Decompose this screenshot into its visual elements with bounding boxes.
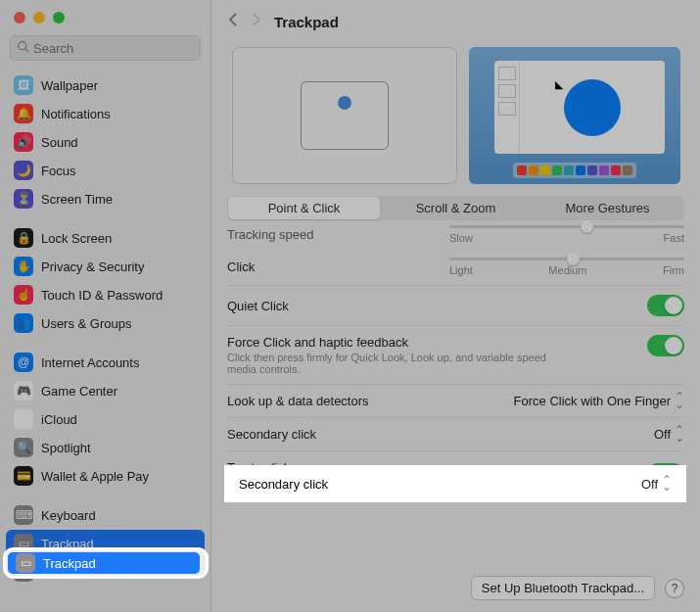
sidebar-item-label: Lock Screen — [41, 231, 112, 246]
sidebar-item-screen-time[interactable]: ⏳Screen Time — [6, 185, 205, 212]
sidebar-item-label: Internet Accounts — [41, 355, 139, 370]
quiet-click-toggle[interactable] — [647, 295, 684, 316]
game-center-icon: 🎮 — [14, 381, 33, 400]
focus-icon: 🌙 — [14, 161, 33, 180]
sidebar-item-label: Screen Time — [41, 192, 113, 207]
force-click-toggle[interactable] — [647, 335, 684, 356]
close-window-button[interactable] — [14, 12, 25, 24]
sidebar-item-label: iCloud — [41, 412, 77, 427]
cursor-icon: ◣ — [555, 78, 563, 91]
sidebar-item-label: Sound — [41, 135, 78, 150]
lock-screen-icon: 🔒 — [14, 228, 33, 248]
sidebar-item-touch-id-password[interactable]: ☝Touch ID & Password — [6, 281, 205, 308]
sidebar-item-label: Trackpad — [43, 556, 96, 571]
highlight-trackpad-sidebar: ▭ Trackpad — [6, 550, 206, 576]
sidebar-item-label: Privacy & Security — [41, 259, 144, 274]
trackpad-icon: ▭ — [16, 553, 35, 573]
settings-panel: Tracking speed SlowFast Click LightMediu… — [211, 218, 700, 494]
sidebar-item-label: Users & Groups — [41, 316, 131, 331]
sidebar-item-notifications[interactable]: 🔔Notifications — [6, 100, 205, 127]
sidebar-item-lock-screen[interactable]: 🔒Lock Screen — [6, 224, 205, 252]
privacy-security-icon: ✋ — [14, 257, 33, 276]
zoom-window-button[interactable] — [53, 12, 65, 24]
sidebar-item-users-groups[interactable]: 👥Users & Groups — [6, 309, 205, 337]
sidebar-item-privacy-security[interactable]: ✋Privacy & Security — [6, 253, 205, 280]
wallet-apple-pay-icon: 💳 — [14, 466, 33, 486]
search-field[interactable] — [33, 41, 194, 56]
sidebar-item-label: Focus — [41, 164, 75, 178]
quiet-click-label: Quiet Click — [227, 299, 289, 313]
main-content: Trackpad ◣ Point & ClickScroll & ZoomMor… — [211, 0, 700, 612]
sidebar-item-label: Trackpad — [41, 537, 94, 551]
sidebar-item-label: Wallpaper — [41, 78, 98, 93]
sidebar-item-keyboard[interactable]: ⌨Keyboard — [6, 501, 205, 529]
chevron-updown-icon: ⌃⌄ — [662, 477, 672, 491]
spotlight-icon: 🔍 — [14, 438, 33, 457]
force-click-description: Click then press firmly for Quick Look, … — [227, 352, 560, 375]
secondary-click-select[interactable]: Off ⌃⌄ — [641, 477, 672, 492]
secondary-click-row-placeholder: Secondary click Off⌃⌄ — [227, 420, 684, 448]
setup-bluetooth-button[interactable]: Set Up Bluetooth Trackpad... — [471, 576, 655, 600]
forward-button[interactable] — [251, 12, 262, 31]
screen-preview: ◣ — [469, 47, 680, 184]
highlight-secondary-click: Secondary click Off ⌃⌄ — [227, 468, 683, 499]
minimize-window-button[interactable] — [33, 12, 45, 24]
sidebar-item-spotlight[interactable]: 🔍Spotlight — [6, 434, 205, 461]
preview-area: ◣ — [211, 39, 700, 192]
sidebar-item-label: Wallet & Apple Pay — [41, 469, 149, 484]
sidebar-item-trackpad[interactable]: ▭ Trackpad — [8, 552, 200, 574]
internet-accounts-icon: @ — [14, 353, 33, 372]
screen-time-icon: ⏳ — [14, 189, 33, 209]
tab-point-click[interactable]: Point & Click — [228, 197, 380, 219]
wallpaper-icon: 🖼 — [14, 75, 33, 95]
icloud-icon: ☁ — [14, 409, 33, 429]
sidebar-item-label: Spotlight — [41, 441, 91, 455]
sidebar-item-label: Touch ID & Password — [41, 288, 163, 303]
back-button[interactable] — [227, 12, 239, 31]
sidebar-item-label: Keyboard — [41, 508, 96, 523]
search-icon — [17, 40, 29, 56]
header: Trackpad — [211, 0, 700, 39]
sidebar-item-focus[interactable]: 🌙Focus — [6, 157, 205, 184]
finger-indicator-icon — [338, 96, 351, 110]
sound-icon: 🔊 — [14, 132, 33, 152]
sidebar-item-icloud[interactable]: ☁iCloud — [6, 405, 205, 433]
tab-more-gestures[interactable]: More Gestures — [532, 197, 683, 219]
sidebar-item-internet-accounts[interactable]: @Internet Accounts — [6, 349, 205, 376]
sidebar-item-label: Notifications — [41, 107, 111, 121]
look-up-select[interactable]: Force Click with One Finger ⌃⌄ — [514, 394, 684, 408]
force-click-label: Force Click and haptic feedback — [227, 335, 560, 350]
click-slider[interactable]: LightMediumFirm — [449, 258, 684, 276]
sidebar-item-sound[interactable]: 🔊Sound — [6, 128, 205, 156]
tracking-speed-slider[interactable]: SlowFast — [449, 225, 684, 244]
tracking-speed-label: Tracking speed — [227, 227, 313, 242]
tab-bar: Point & ClickScroll & ZoomMore Gestures — [227, 196, 684, 220]
trackpad-preview — [232, 47, 457, 184]
click-label: Click — [227, 259, 255, 274]
keyboard-icon: ⌨ — [14, 505, 33, 525]
search-input[interactable] — [10, 35, 201, 61]
svg-point-0 — [19, 42, 26, 50]
sidebar-item-label: Game Center — [41, 384, 117, 399]
sidebar-item-wallpaper[interactable]: 🖼Wallpaper — [6, 71, 205, 99]
notifications-icon: 🔔 — [14, 104, 33, 123]
sidebar: 🖼Wallpaper🔔Notifications🔊Sound🌙Focus⏳Scr… — [0, 0, 211, 612]
help-button[interactable]: ? — [665, 579, 684, 598]
users-groups-icon: 👥 — [14, 313, 33, 333]
svg-line-1 — [25, 49, 28, 52]
window-controls — [0, 0, 210, 31]
sidebar-item-game-center[interactable]: 🎮Game Center — [6, 377, 205, 404]
look-up-label: Look up & data detectors — [227, 394, 369, 408]
page-title: Trackpad — [274, 14, 339, 30]
footer: Set Up Bluetooth Trackpad... ? — [471, 576, 684, 600]
secondary-click-label: Secondary click — [239, 477, 328, 492]
sidebar-item-wallet-apple-pay[interactable]: 💳Wallet & Apple Pay — [6, 462, 205, 490]
touch-id-password-icon: ☝ — [14, 285, 33, 305]
chevron-updown-icon: ⌃⌄ — [675, 394, 684, 407]
tab-scroll-zoom[interactable]: Scroll & Zoom — [380, 197, 532, 219]
